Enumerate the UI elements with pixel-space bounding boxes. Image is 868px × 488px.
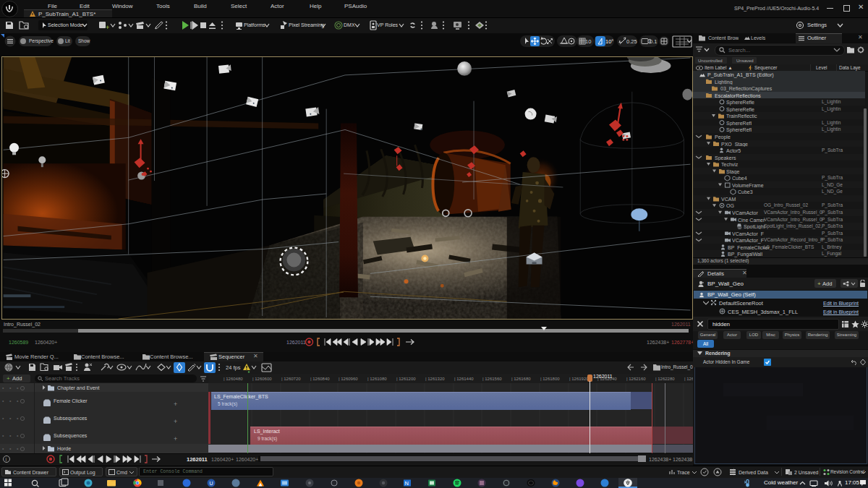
svg-text:•: • — [17, 446, 19, 451]
svg-text:•: • — [17, 433, 19, 438]
svg-text:+: + — [174, 418, 177, 425]
svg-text:•: • — [9, 398, 12, 403]
svg-text:•: • — [17, 385, 19, 390]
svg-text:+: + — [174, 435, 177, 442]
svg-text:•: • — [2, 446, 4, 451]
svg-text:•: • — [17, 398, 19, 403]
svg-text:•: • — [2, 416, 4, 421]
svg-text:•: • — [9, 385, 12, 390]
svg-text:•: • — [9, 416, 12, 421]
svg-text:•: • — [17, 416, 19, 421]
svg-text:U: U — [210, 481, 213, 486]
svg-text:•: • — [2, 433, 4, 438]
svg-text:+: + — [174, 401, 177, 408]
svg-text:•: • — [2, 398, 4, 403]
svg-text:•: • — [9, 433, 12, 438]
svg-text:•: • — [9, 446, 12, 451]
svg-text:•: • — [2, 385, 4, 390]
svg-text:N: N — [405, 480, 409, 487]
svg-text:i: i — [6, 457, 7, 462]
svg-text:+: + — [106, 24, 109, 31]
